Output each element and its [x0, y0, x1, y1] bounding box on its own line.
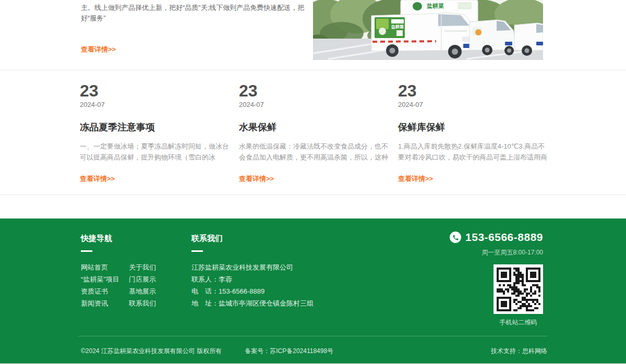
phone-icon [450, 232, 461, 243]
news-excerpt: 一、一定要做冰墙；夏季冻品解冻时间短，做冰台可以提高商品保鲜，提升购物环境（雪白… [80, 141, 230, 163]
news-detail-link[interactable]: 查看详情>> [398, 174, 433, 184]
qr-caption: 手机站二维码 [493, 318, 543, 327]
footer-link-home[interactable]: 网站首页 [81, 261, 129, 273]
footer-link-contact[interactable]: 联系我们 [129, 297, 156, 309]
footer-link-certificates[interactable]: 资质证书 [81, 285, 129, 297]
mobile-site-qr-code [493, 264, 543, 314]
hero-paragraph: 主。线上做到产品择优上新，把好“品质”关;线下做到产品免费快速配送，把好“服务” [81, 3, 308, 23]
news-title[interactable]: 冻品夏季注意事项 [80, 121, 230, 134]
svg-text:盐耕菜: 盐耕菜 [426, 3, 444, 9]
footer-link-project[interactable]: “盐耕菜”项目 [81, 273, 129, 285]
contact-phone: 电 话：153-6566-8889 [191, 285, 314, 297]
news-card: 23 2024-07 冻品夏季注意事项 一、一定要做冰墙；夏季冻品解冻时间短，做… [80, 82, 230, 184]
footer-hotline: 153-6566-8889 周一至周五8:00-17:00 手机站二维码 [450, 231, 543, 327]
middle-van [469, 20, 515, 55]
news-title[interactable]: 保鲜库保鲜 [398, 121, 548, 134]
delivery-vans-illustration: 盐耕菜 盐耕菜 [313, 0, 543, 60]
news-excerpt: 1.商品入库前先散热2.保鲜库温度4-10℃3.商品不要对着冷风口吹，易吹干的商… [398, 141, 548, 163]
news-card: 23 2024-07 水果保鲜 水果的低温保藏：冷藏法既不改变食品成分，也不会食… [239, 82, 389, 184]
copyright-text: ©2024 江苏盐耕菜农业科技发展有限公司 版权所有 [81, 347, 222, 356]
tech-support-credit[interactable]: 技术支持：思科网络 [491, 347, 547, 356]
footer-link-about[interactable]: 关于我们 [129, 261, 156, 273]
footer-contact: 联系我们 江苏盐耕菜农业科技发展有限公司 联系人：李蓉 电 话：153-6566… [191, 219, 314, 309]
quick-nav-heading: 快捷导航 [81, 234, 156, 244]
footer-link-news[interactable]: 新闻资讯 [81, 297, 129, 309]
site-footer: 快捷导航 网站首页 “盐耕菜”项目 资质证书 新闻资讯 关于我们 门店展示 基地… [0, 219, 626, 363]
news-date-day: 23 [398, 82, 548, 100]
news-date-day: 23 [80, 82, 230, 100]
news-title[interactable]: 水果保鲜 [239, 121, 389, 134]
contact-person: 联系人：李蓉 [191, 273, 314, 285]
hotline-hours: 周一至周五8:00-17:00 [450, 248, 543, 257]
footer-link-stores[interactable]: 门店展示 [129, 273, 156, 285]
news-section: 23 2024-07 冻品夏季注意事项 一、一定要做冰墙；夏季冻品解冻时间短，做… [0, 70, 626, 195]
news-date-month: 2024-07 [80, 101, 230, 108]
svg-text:盐耕菜: 盐耕菜 [391, 25, 404, 29]
hero-detail-link[interactable]: 查看详情>> [81, 45, 116, 54]
news-card: 23 2024-07 保鲜库保鲜 1.商品入库前先散热2.保鲜库温度4-10℃3… [398, 82, 548, 184]
footer-quick-nav: 快捷导航 网站首页 “盐耕菜”项目 资质证书 新闻资讯 关于我们 门店展示 基地… [81, 219, 156, 309]
heading-dash [81, 250, 92, 252]
contact-heading: 联系我们 [191, 234, 314, 244]
news-detail-link[interactable]: 查看详情>> [80, 174, 115, 184]
hotline-number: 153-6566-8889 [465, 231, 543, 244]
news-date-month: 2024-07 [239, 101, 389, 108]
webpage: 主。线上做到产品择优上新，把好“品质”关;线下做到产品免费快速配送，把好“服务”… [0, 0, 626, 364]
footer-bottom-bar: ©2024 江苏盐耕菜农业科技发展有限公司 版权所有 备案号：苏ICP备2024… [79, 336, 547, 356]
contact-company: 江苏盐耕菜农业科技发展有限公司 [191, 261, 314, 273]
hero-section: 主。线上做到产品择优上新，把好“品质”关;线下做到产品免费快速配送，把好“服务”… [0, 0, 626, 70]
news-date-day: 23 [239, 82, 389, 100]
news-detail-link[interactable]: 查看详情>> [239, 174, 274, 184]
footer-link-bases[interactable]: 基地展示 [129, 285, 156, 297]
heading-dash [191, 250, 203, 252]
news-excerpt: 水果的低温保藏：冷藏法既不改变食品成分，也不会食品加入电解质，更不用高温杀菌，所… [239, 141, 389, 163]
icp-number[interactable]: 备案号：苏ICP备2024118498号 [245, 347, 333, 356]
news-date-month: 2024-07 [398, 101, 548, 108]
delivery-vans-photo: 盐耕菜 盐耕菜 [313, 0, 543, 60]
contact-address: 地 址：盐城市亭湖区便仓镇金陈村三组 [191, 297, 314, 309]
